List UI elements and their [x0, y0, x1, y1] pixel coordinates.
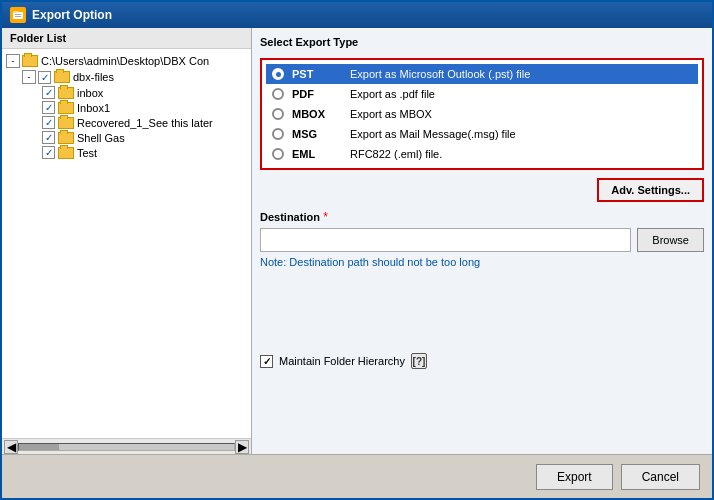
export-option-window: Export Option Folder List - C:\Users\adm… — [0, 0, 714, 500]
tree-item-inbox1[interactable]: Inbox1 — [6, 100, 247, 115]
export-option-pst[interactable]: PST Export as Microsoft Outlook (.pst) f… — [266, 64, 698, 84]
svg-rect-0 — [13, 12, 23, 19]
window-title: Export Option — [32, 8, 112, 22]
shell-gas-folder-icon — [58, 132, 74, 144]
inbox-checkbox[interactable] — [42, 86, 55, 99]
shell-gas-checkbox[interactable] — [42, 131, 55, 144]
left-panel: Folder List - C:\Users\admin\Desktop\DBX… — [2, 28, 252, 454]
inbox1-folder-icon — [58, 102, 74, 114]
scrollbar-track[interactable] — [18, 443, 235, 451]
scroll-right-btn[interactable]: ▶ — [235, 440, 249, 454]
export-key-mbox: MBOX — [292, 108, 342, 120]
export-key-msg: MSG — [292, 128, 342, 140]
svg-rect-3 — [15, 16, 21, 17]
content-area: Folder List - C:\Users\admin\Desktop\DBX… — [2, 28, 712, 454]
radio-eml[interactable] — [272, 148, 284, 160]
export-desc-mbox: Export as MBOX — [350, 108, 432, 120]
test-folder-icon — [58, 147, 74, 159]
export-button[interactable]: Export — [536, 464, 613, 490]
export-desc-pdf: Export as .pdf file — [350, 88, 435, 100]
export-option-eml[interactable]: EML RFC822 (.eml) file. — [266, 144, 698, 164]
tree-item-dbx-files[interactable]: - dbx-files — [6, 69, 247, 85]
export-option-mbox[interactable]: MBOX Export as MBOX — [266, 104, 698, 124]
recovered-folder-icon — [58, 117, 74, 129]
dbx-label: dbx-files — [73, 71, 114, 83]
required-star: * — [323, 210, 328, 224]
maintain-help-icon[interactable]: [?] — [411, 353, 427, 369]
inbox1-label: Inbox1 — [77, 102, 110, 114]
test-label: Test — [77, 147, 97, 159]
svg-rect-1 — [13, 11, 18, 13]
destination-label-row: Destination * — [260, 210, 704, 224]
export-option-msg[interactable]: MSG Export as Mail Message(.msg) file — [266, 124, 698, 144]
root-expand-icon[interactable]: - — [6, 54, 20, 68]
svg-rect-2 — [15, 14, 21, 15]
horizontal-scrollbar[interactable]: ◀ ▶ — [2, 438, 251, 454]
destination-row: Browse — [260, 228, 704, 252]
inbox-label: inbox — [77, 87, 103, 99]
tree-item-recovered[interactable]: Recovered_1_See this later — [6, 115, 247, 130]
export-option-pdf[interactable]: PDF Export as .pdf file — [266, 84, 698, 104]
tree-item-inbox[interactable]: inbox — [6, 85, 247, 100]
window-icon — [10, 7, 26, 23]
dbx-folder-icon — [54, 71, 70, 83]
folder-tree: - C:\Users\admin\Desktop\DBX Con - dbx-f… — [2, 49, 251, 438]
shell-gas-label: Shell Gas — [77, 132, 125, 144]
cancel-button[interactable]: Cancel — [621, 464, 700, 490]
root-folder-icon — [22, 55, 38, 67]
destination-label: Destination — [260, 211, 320, 223]
destination-section: Destination * Browse Note: Destination p… — [260, 210, 704, 268]
browse-button[interactable]: Browse — [637, 228, 704, 252]
maintain-checkbox[interactable] — [260, 355, 273, 368]
adv-settings-button[interactable]: Adv. Settings... — [597, 178, 704, 202]
inbox1-checkbox[interactable] — [42, 101, 55, 114]
recovered-label: Recovered_1_See this later — [77, 117, 213, 129]
export-desc-pst: Export as Microsoft Outlook (.pst) file — [350, 68, 530, 80]
tree-root[interactable]: - C:\Users\admin\Desktop\DBX Con — [6, 53, 247, 69]
scrollbar-thumb — [19, 444, 59, 450]
radio-mbox[interactable] — [272, 108, 284, 120]
folder-list-header: Folder List — [2, 28, 251, 49]
root-path-label: C:\Users\admin\Desktop\DBX Con — [41, 55, 209, 67]
recovered-checkbox[interactable] — [42, 116, 55, 129]
adv-settings-row: Adv. Settings... — [260, 178, 704, 202]
right-panel: Select Export Type PST Export as Microso… — [252, 28, 712, 454]
destination-input[interactable] — [260, 228, 631, 252]
radio-msg[interactable] — [272, 128, 284, 140]
export-key-eml: EML — [292, 148, 342, 160]
scroll-left-btn[interactable]: ◀ — [4, 440, 18, 454]
radio-pdf[interactable] — [272, 88, 284, 100]
bottom-bar: Export Cancel — [2, 454, 712, 498]
export-key-pdf: PDF — [292, 88, 342, 100]
dbx-expand-icon[interactable]: - — [22, 70, 36, 84]
tree-item-shell-gas[interactable]: Shell Gas — [6, 130, 247, 145]
tree-item-test[interactable]: Test — [6, 145, 247, 160]
export-type-header: Select Export Type — [260, 36, 704, 48]
export-desc-msg: Export as Mail Message(.msg) file — [350, 128, 516, 140]
maintain-label: Maintain Folder Hierarchy — [279, 355, 405, 367]
export-type-box: PST Export as Microsoft Outlook (.pst) f… — [260, 58, 704, 170]
radio-pst[interactable] — [272, 68, 284, 80]
dbx-checkbox[interactable] — [38, 71, 51, 84]
title-bar: Export Option — [2, 2, 712, 28]
destination-note: Note: Destination path should not be too… — [260, 256, 704, 268]
test-checkbox[interactable] — [42, 146, 55, 159]
export-desc-eml: RFC822 (.eml) file. — [350, 148, 442, 160]
export-key-pst: PST — [292, 68, 342, 80]
maintain-row: Maintain Folder Hierarchy [?] — [260, 353, 704, 369]
inbox-folder-icon — [58, 87, 74, 99]
